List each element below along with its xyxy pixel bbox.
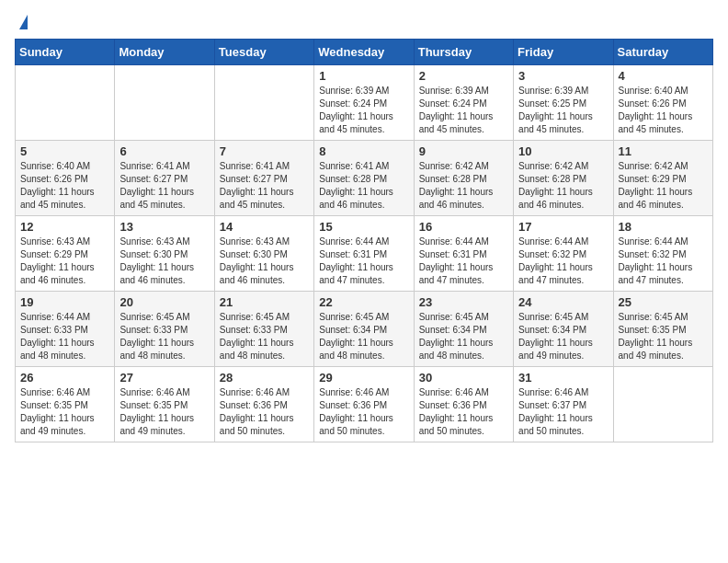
calendar-cell: 20Sunrise: 6:45 AM Sunset: 6:33 PM Dayli… bbox=[115, 292, 214, 367]
day-number: 29 bbox=[319, 371, 408, 385]
day-info: Sunrise: 6:42 AM Sunset: 6:28 PM Dayligh… bbox=[419, 160, 508, 212]
day-number: 1 bbox=[319, 69, 408, 83]
calendar-cell: 5Sunrise: 6:40 AM Sunset: 6:26 PM Daylig… bbox=[16, 141, 115, 216]
day-number: 7 bbox=[220, 144, 309, 158]
day-info: Sunrise: 6:46 AM Sunset: 6:36 PM Dayligh… bbox=[419, 386, 508, 438]
day-number: 21 bbox=[220, 295, 309, 309]
calendar-header-row: SundayMondayTuesdayWednesdayThursdayFrid… bbox=[16, 40, 713, 65]
day-info: Sunrise: 6:44 AM Sunset: 6:33 PM Dayligh… bbox=[20, 311, 109, 362]
day-info: Sunrise: 6:40 AM Sunset: 6:26 PM Dayligh… bbox=[619, 85, 708, 136]
day-number: 22 bbox=[319, 295, 408, 309]
day-number: 20 bbox=[119, 295, 209, 309]
calendar-cell: 16Sunrise: 6:44 AM Sunset: 6:31 PM Dayli… bbox=[414, 216, 513, 292]
calendar-cell: 7Sunrise: 6:41 AM Sunset: 6:27 PM Daylig… bbox=[214, 141, 313, 216]
day-number: 4 bbox=[619, 69, 708, 83]
day-info: Sunrise: 6:42 AM Sunset: 6:28 PM Dayligh… bbox=[518, 160, 608, 212]
day-of-week-header: Monday bbox=[115, 40, 214, 65]
day-info: Sunrise: 6:43 AM Sunset: 6:29 PM Dayligh… bbox=[20, 236, 109, 287]
calendar-week-row: 1Sunrise: 6:39 AM Sunset: 6:24 PM Daylig… bbox=[16, 65, 713, 141]
day-number: 28 bbox=[220, 371, 309, 385]
calendar-cell: 28Sunrise: 6:46 AM Sunset: 6:36 PM Dayli… bbox=[214, 367, 313, 442]
day-number: 17 bbox=[518, 220, 608, 234]
calendar-cell: 30Sunrise: 6:46 AM Sunset: 6:36 PM Dayli… bbox=[414, 367, 513, 442]
day-info: Sunrise: 6:45 AM Sunset: 6:33 PM Dayligh… bbox=[119, 311, 209, 362]
day-info: Sunrise: 6:45 AM Sunset: 6:34 PM Dayligh… bbox=[319, 311, 408, 362]
day-number: 19 bbox=[20, 295, 109, 309]
day-number: 11 bbox=[619, 144, 708, 158]
day-info: Sunrise: 6:43 AM Sunset: 6:30 PM Dayligh… bbox=[119, 236, 209, 287]
day-info: Sunrise: 6:44 AM Sunset: 6:32 PM Dayligh… bbox=[619, 236, 708, 287]
day-info: Sunrise: 6:41 AM Sunset: 6:28 PM Dayligh… bbox=[319, 160, 408, 212]
day-of-week-header: Wednesday bbox=[314, 40, 414, 65]
calendar-cell: 24Sunrise: 6:45 AM Sunset: 6:34 PM Dayli… bbox=[514, 292, 613, 367]
day-info: Sunrise: 6:45 AM Sunset: 6:35 PM Dayligh… bbox=[619, 311, 708, 362]
calendar-cell: 22Sunrise: 6:45 AM Sunset: 6:34 PM Dayli… bbox=[314, 292, 414, 367]
day-number: 31 bbox=[518, 371, 608, 385]
day-number: 26 bbox=[20, 371, 109, 385]
day-info: Sunrise: 6:46 AM Sunset: 6:37 PM Dayligh… bbox=[518, 386, 608, 438]
day-info: Sunrise: 6:39 AM Sunset: 6:24 PM Dayligh… bbox=[319, 85, 408, 136]
calendar-cell bbox=[613, 367, 712, 442]
day-number: 25 bbox=[619, 295, 708, 309]
calendar-cell: 13Sunrise: 6:43 AM Sunset: 6:30 PM Dayli… bbox=[115, 216, 214, 292]
day-number: 2 bbox=[419, 69, 508, 83]
calendar-cell: 31Sunrise: 6:46 AM Sunset: 6:37 PM Dayli… bbox=[514, 367, 613, 442]
day-number: 18 bbox=[619, 220, 708, 234]
calendar-cell: 6Sunrise: 6:41 AM Sunset: 6:27 PM Daylig… bbox=[115, 141, 214, 216]
day-info: Sunrise: 6:41 AM Sunset: 6:27 PM Dayligh… bbox=[220, 160, 309, 212]
day-number: 3 bbox=[518, 69, 608, 83]
day-number: 27 bbox=[119, 371, 209, 385]
page-header bbox=[15, 15, 713, 28]
day-info: Sunrise: 6:40 AM Sunset: 6:26 PM Dayligh… bbox=[20, 160, 109, 212]
calendar-cell: 15Sunrise: 6:44 AM Sunset: 6:31 PM Dayli… bbox=[314, 216, 414, 292]
logo bbox=[15, 15, 28, 28]
day-info: Sunrise: 6:43 AM Sunset: 6:30 PM Dayligh… bbox=[220, 236, 309, 287]
day-number: 13 bbox=[119, 220, 209, 234]
calendar-cell bbox=[16, 65, 115, 141]
day-info: Sunrise: 6:45 AM Sunset: 6:33 PM Dayligh… bbox=[220, 311, 309, 362]
calendar-cell: 12Sunrise: 6:43 AM Sunset: 6:29 PM Dayli… bbox=[16, 216, 115, 292]
calendar-cell: 8Sunrise: 6:41 AM Sunset: 6:28 PM Daylig… bbox=[314, 141, 414, 216]
day-number: 30 bbox=[419, 371, 508, 385]
logo-triangle-icon bbox=[19, 15, 28, 29]
calendar-cell: 3Sunrise: 6:39 AM Sunset: 6:25 PM Daylig… bbox=[514, 65, 613, 141]
calendar-cell: 9Sunrise: 6:42 AM Sunset: 6:28 PM Daylig… bbox=[414, 141, 513, 216]
calendar-cell: 11Sunrise: 6:42 AM Sunset: 6:29 PM Dayli… bbox=[613, 141, 712, 216]
day-number: 8 bbox=[319, 144, 408, 158]
calendar-table: SundayMondayTuesdayWednesdayThursdayFrid… bbox=[15, 39, 713, 442]
day-number: 6 bbox=[119, 144, 209, 158]
day-info: Sunrise: 6:41 AM Sunset: 6:27 PM Dayligh… bbox=[119, 160, 209, 212]
day-info: Sunrise: 6:45 AM Sunset: 6:34 PM Dayligh… bbox=[419, 311, 508, 362]
day-number: 5 bbox=[20, 144, 109, 158]
day-info: Sunrise: 6:39 AM Sunset: 6:24 PM Dayligh… bbox=[419, 85, 508, 136]
day-info: Sunrise: 6:46 AM Sunset: 6:35 PM Dayligh… bbox=[119, 386, 209, 438]
day-number: 9 bbox=[419, 144, 508, 158]
calendar-cell: 26Sunrise: 6:46 AM Sunset: 6:35 PM Dayli… bbox=[16, 367, 115, 442]
calendar-cell: 18Sunrise: 6:44 AM Sunset: 6:32 PM Dayli… bbox=[613, 216, 712, 292]
calendar-cell bbox=[214, 65, 313, 141]
calendar-cell: 27Sunrise: 6:46 AM Sunset: 6:35 PM Dayli… bbox=[115, 367, 214, 442]
day-number: 24 bbox=[518, 295, 608, 309]
day-info: Sunrise: 6:44 AM Sunset: 6:32 PM Dayligh… bbox=[518, 236, 608, 287]
day-info: Sunrise: 6:39 AM Sunset: 6:25 PM Dayligh… bbox=[518, 85, 608, 136]
calendar-cell bbox=[115, 65, 214, 141]
day-number: 10 bbox=[518, 144, 608, 158]
day-number: 14 bbox=[220, 220, 309, 234]
day-info: Sunrise: 6:46 AM Sunset: 6:35 PM Dayligh… bbox=[20, 386, 109, 438]
calendar-cell: 4Sunrise: 6:40 AM Sunset: 6:26 PM Daylig… bbox=[613, 65, 712, 141]
calendar-cell: 14Sunrise: 6:43 AM Sunset: 6:30 PM Dayli… bbox=[214, 216, 313, 292]
day-info: Sunrise: 6:42 AM Sunset: 6:29 PM Dayligh… bbox=[619, 160, 708, 212]
day-of-week-header: Sunday bbox=[16, 40, 115, 65]
day-info: Sunrise: 6:44 AM Sunset: 6:31 PM Dayligh… bbox=[419, 236, 508, 287]
calendar-cell: 23Sunrise: 6:45 AM Sunset: 6:34 PM Dayli… bbox=[414, 292, 513, 367]
calendar-cell: 1Sunrise: 6:39 AM Sunset: 6:24 PM Daylig… bbox=[314, 65, 414, 141]
day-number: 15 bbox=[319, 220, 408, 234]
day-info: Sunrise: 6:44 AM Sunset: 6:31 PM Dayligh… bbox=[319, 236, 408, 287]
calendar-week-row: 26Sunrise: 6:46 AM Sunset: 6:35 PM Dayli… bbox=[16, 367, 713, 442]
calendar-cell: 10Sunrise: 6:42 AM Sunset: 6:28 PM Dayli… bbox=[514, 141, 613, 216]
calendar-week-row: 12Sunrise: 6:43 AM Sunset: 6:29 PM Dayli… bbox=[16, 216, 713, 292]
day-of-week-header: Saturday bbox=[613, 40, 712, 65]
day-number: 16 bbox=[419, 220, 508, 234]
day-of-week-header: Thursday bbox=[414, 40, 513, 65]
calendar-cell: 17Sunrise: 6:44 AM Sunset: 6:32 PM Dayli… bbox=[514, 216, 613, 292]
